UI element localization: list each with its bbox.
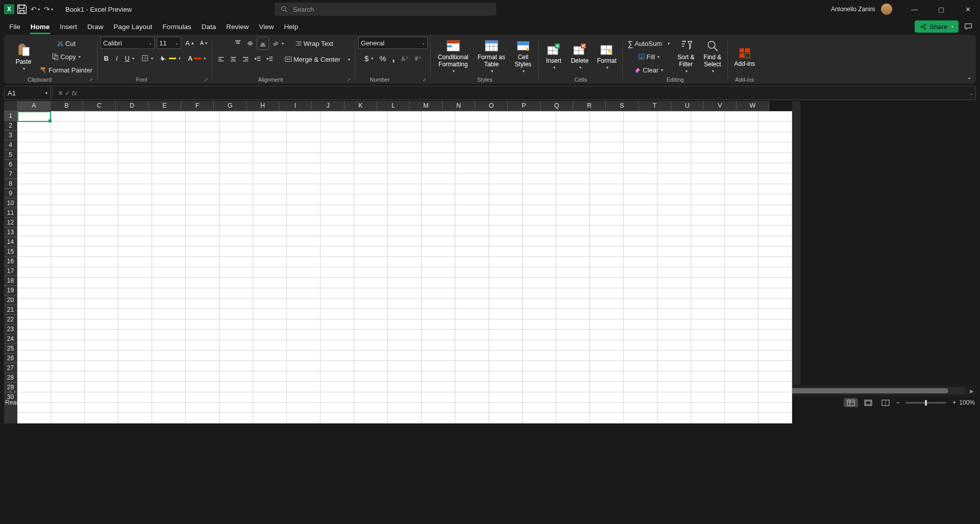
- cell[interactable]: [489, 111, 523, 121]
- merge-center-button[interactable]: Merge & Center▾: [283, 53, 352, 65]
- cell[interactable]: [624, 309, 657, 319]
- cell[interactable]: [186, 413, 219, 423]
- delete-cells-button[interactable]: Delete▾: [568, 39, 592, 74]
- cell[interactable]: [152, 236, 186, 246]
- cell[interactable]: [691, 246, 725, 257]
- cell[interactable]: [118, 309, 152, 319]
- row-header[interactable]: 3: [4, 131, 17, 140]
- cell[interactable]: [354, 340, 388, 350]
- cell[interactable]: [287, 132, 321, 142]
- cell[interactable]: [590, 142, 624, 153]
- decrease-decimal-button[interactable]: .00.0: [412, 52, 424, 64]
- align-left-button[interactable]: [215, 53, 227, 65]
- cell[interactable]: [657, 226, 691, 236]
- cell[interactable]: [590, 163, 624, 173]
- cell[interactable]: [556, 319, 590, 329]
- cell[interactable]: [85, 121, 118, 132]
- cell[interactable]: [85, 392, 118, 402]
- cell[interactable]: [118, 215, 152, 225]
- cell[interactable]: [624, 402, 657, 412]
- cell[interactable]: [624, 163, 657, 173]
- column-header[interactable]: A: [18, 101, 51, 111]
- cell[interactable]: [321, 361, 354, 371]
- cell[interactable]: [422, 298, 455, 309]
- cell[interactable]: [624, 350, 657, 360]
- cell[interactable]: [725, 163, 758, 173]
- cell[interactable]: [422, 184, 455, 194]
- cell[interactable]: [388, 121, 422, 132]
- cell[interactable]: [455, 132, 489, 142]
- cell[interactable]: [624, 288, 657, 298]
- cell[interactable]: [691, 309, 725, 319]
- cell[interactable]: [118, 236, 152, 246]
- cell[interactable]: [253, 309, 287, 319]
- cell[interactable]: [624, 173, 657, 184]
- cell[interactable]: [657, 215, 691, 225]
- row-header[interactable]: 21: [4, 305, 17, 315]
- cell[interactable]: [657, 111, 691, 121]
- cell[interactable]: [758, 319, 792, 329]
- cell[interactable]: [590, 257, 624, 267]
- align-right-button[interactable]: [240, 53, 251, 65]
- cell[interactable]: [118, 184, 152, 194]
- cell[interactable]: [219, 163, 253, 173]
- cell[interactable]: [590, 340, 624, 350]
- cell[interactable]: [455, 142, 489, 153]
- cell[interactable]: [85, 205, 118, 215]
- cell[interactable]: [118, 226, 152, 236]
- row-header[interactable]: 27: [4, 363, 17, 373]
- cell[interactable]: [152, 184, 186, 194]
- cell[interactable]: [758, 205, 792, 215]
- cell[interactable]: [219, 402, 253, 412]
- vertical-scrollbar[interactable]: [792, 101, 800, 385]
- cell[interactable]: [422, 309, 455, 319]
- row-header[interactable]: 16: [4, 257, 17, 266]
- cell[interactable]: [590, 226, 624, 236]
- cell[interactable]: [253, 361, 287, 371]
- cell[interactable]: [388, 413, 422, 423]
- cell[interactable]: [321, 246, 354, 257]
- cell[interactable]: [219, 194, 253, 205]
- percent-format-button[interactable]: %: [377, 52, 388, 64]
- cell[interactable]: [186, 267, 219, 277]
- cell[interactable]: [489, 257, 523, 267]
- cell[interactable]: [725, 413, 758, 423]
- cell[interactable]: [287, 184, 321, 194]
- cell[interactable]: [455, 371, 489, 381]
- cell[interactable]: [725, 153, 758, 163]
- cell[interactable]: [523, 142, 556, 153]
- cell[interactable]: [489, 173, 523, 184]
- cell[interactable]: [152, 246, 186, 257]
- cell[interactable]: [253, 132, 287, 142]
- cell[interactable]: [321, 163, 354, 173]
- borders-button[interactable]: ▾: [139, 52, 155, 64]
- cell[interactable]: [691, 236, 725, 246]
- cell[interactable]: [624, 132, 657, 142]
- cell[interactable]: [51, 371, 85, 381]
- cell[interactable]: [657, 350, 691, 360]
- fx-button[interactable]: fx: [72, 89, 77, 97]
- cell[interactable]: [556, 382, 590, 392]
- cell[interactable]: [17, 330, 51, 340]
- cell[interactable]: [455, 298, 489, 309]
- cell[interactable]: [489, 142, 523, 153]
- cell[interactable]: [758, 278, 792, 288]
- cell[interactable]: [489, 215, 523, 225]
- cell[interactable]: [590, 371, 624, 381]
- cell[interactable]: [51, 319, 85, 329]
- cell[interactable]: [118, 257, 152, 267]
- cell[interactable]: [321, 278, 354, 288]
- cell[interactable]: [152, 132, 186, 142]
- cell[interactable]: [725, 309, 758, 319]
- cell[interactable]: [253, 413, 287, 423]
- cell[interactable]: [422, 163, 455, 173]
- cell[interactable]: [657, 121, 691, 132]
- cell[interactable]: [152, 288, 186, 298]
- cell[interactable]: [17, 194, 51, 205]
- cell[interactable]: [186, 309, 219, 319]
- cell[interactable]: [118, 298, 152, 309]
- row-header[interactable]: 25: [4, 344, 17, 354]
- cell[interactable]: [85, 340, 118, 350]
- cell[interactable]: [152, 121, 186, 132]
- cell[interactable]: [455, 340, 489, 350]
